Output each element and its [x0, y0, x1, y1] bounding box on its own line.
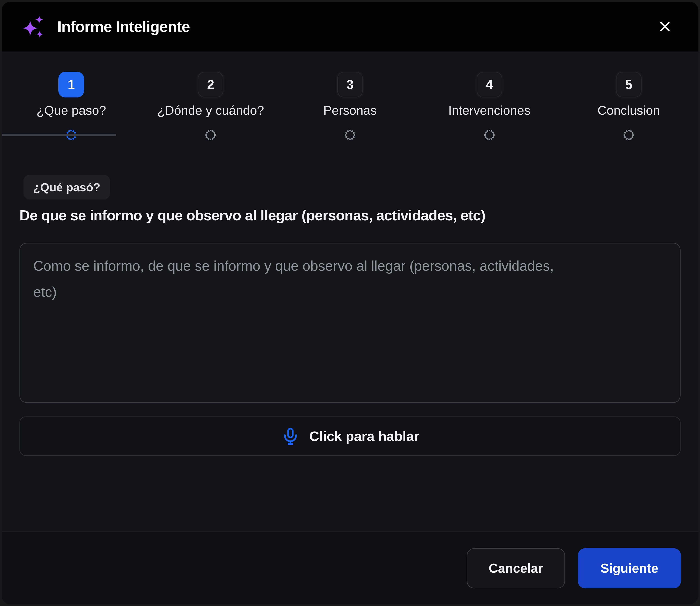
click-to-speak-button[interactable]: Click para hablar [20, 417, 680, 456]
question-chip: ¿Qué pasó? [23, 175, 110, 200]
stepper-progress-track [2, 129, 698, 141]
step-label: Intervenciones [448, 103, 531, 117]
step-label: Personas [323, 103, 377, 117]
stepper-step-1[interactable]: 1 ¿Que paso? [2, 72, 141, 117]
step-number-badge: 3 [337, 72, 363, 97]
step-label: ¿Dónde y cuándo? [157, 103, 264, 117]
step-number-badge: 4 [476, 72, 502, 97]
answer-textarea[interactable] [20, 243, 680, 403]
step-number: 4 [486, 77, 493, 92]
dialog-footer: Cancelar Siguiente [2, 531, 698, 604]
progress-dot-circle [484, 129, 495, 141]
progress-dot-circle [205, 129, 216, 141]
step-number: 2 [207, 77, 214, 92]
next-button[interactable]: Siguiente [578, 548, 681, 588]
step-label: Conclusion [598, 103, 660, 117]
stepper: 1 ¿Que paso? 2 ¿Dónde y cuándo? 3 Person… [2, 72, 698, 117]
cancel-button[interactable]: Cancelar [467, 548, 565, 588]
close-icon [657, 19, 673, 34]
stepper-step-2[interactable]: 2 ¿Dónde y cuándo? [141, 72, 280, 117]
progress-dot-circle [623, 129, 634, 141]
app-background: Informe Inteligente 1 ¿Que paso? [0, 0, 700, 606]
informe-inteligente-dialog: Informe Inteligente 1 ¿Que paso? [2, 2, 698, 604]
step-number: 3 [346, 77, 354, 92]
microphone-icon [281, 426, 300, 446]
close-button[interactable] [654, 16, 676, 38]
progress-dot-circle [344, 129, 356, 141]
step-number: 1 [68, 77, 75, 92]
step-number: 5 [625, 77, 632, 92]
stepper-step-3[interactable]: 3 Personas [280, 72, 420, 117]
stepper-step-5[interactable]: 5 Conclusion [559, 72, 698, 117]
question-section: ¿Qué pasó? De que se informo y que obser… [2, 141, 698, 456]
dialog-body: 1 ¿Que paso? 2 ¿Dónde y cuándo? 3 Person… [2, 52, 698, 531]
speak-button-label: Click para hablar [309, 428, 419, 444]
progress-connector [2, 134, 116, 136]
step-number-badge: 5 [616, 72, 641, 97]
stepper-step-4[interactable]: 4 Intervenciones [420, 72, 559, 117]
page-title: Informe Inteligente [57, 18, 190, 35]
step-number-badge-active: 1 [59, 72, 84, 97]
step-number-badge: 2 [198, 72, 224, 97]
question-heading: De que se informo y que observo al llega… [20, 207, 680, 224]
step-label: ¿Que paso? [37, 103, 106, 117]
sparkles-icon [22, 15, 46, 39]
dialog-header: Informe Inteligente [2, 2, 698, 52]
